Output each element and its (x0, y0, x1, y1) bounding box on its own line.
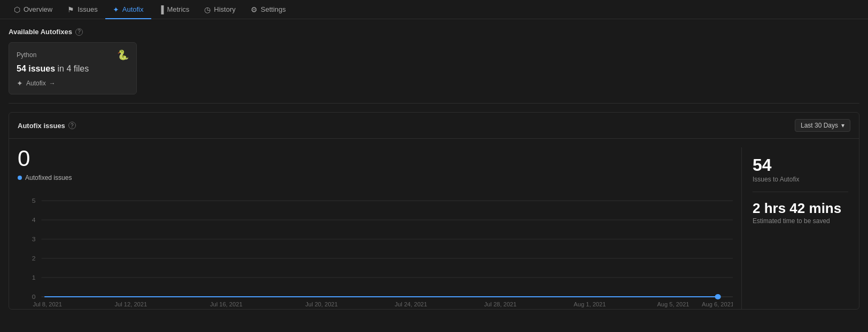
autofix-card-link[interactable]: ✦ Autofix → (17, 79, 129, 88)
svg-text:4: 4 (32, 217, 36, 223)
svg-point-12 (715, 294, 721, 299)
svg-text:1: 1 (32, 274, 36, 281)
nav-label-settings: Settings (261, 5, 286, 13)
time-saved-label: Estimated time to be saved (753, 217, 848, 225)
top-navigation: ⬡ Overview ⚑ Issues ✦ Autofix ▐ Metrics … (0, 0, 868, 19)
svg-text:Jul 20, 2021: Jul 20, 2021 (305, 302, 338, 307)
autofix-issues-help[interactable]: ? (68, 122, 76, 129)
svg-text:0: 0 (32, 294, 36, 300)
nav-item-history[interactable]: ◷ History (197, 1, 243, 19)
autofix-sparkle-icon: ✦ (17, 79, 23, 88)
svg-text:3: 3 (32, 236, 36, 242)
python-issues-count: 54 issues in 4 files (17, 64, 129, 74)
svg-text:Jul 12, 2021: Jul 12, 2021 (115, 302, 148, 307)
svg-text:Aug 1, 2021: Aug 1, 2021 (574, 302, 606, 307)
svg-text:2: 2 (32, 255, 36, 262)
autofix-issues-title-group: Autofix issues ? (18, 122, 76, 130)
svg-text:5: 5 (32, 197, 36, 204)
svg-text:Jul 8, 2021: Jul 8, 2021 (33, 302, 63, 307)
issues-icon: ⚑ (67, 6, 74, 13)
date-range-label: Last 30 Days (801, 122, 838, 129)
chart-legend: Autofixed issues (18, 174, 733, 181)
nav-item-autofix[interactable]: ✦ Autofix (105, 1, 151, 19)
autofix-issues-section: Autofix issues ? Last 30 Days ▾ 0 Autofi… (9, 112, 859, 310)
svg-text:Aug 6, 2021: Aug 6, 2021 (702, 302, 733, 307)
date-range-dropdown[interactable]: Last 30 Days ▾ (795, 119, 850, 132)
nav-label-overview: Overview (24, 5, 52, 13)
nav-item-metrics[interactable]: ▐ Metrics (151, 1, 197, 19)
chart-container: 0 Autofixed issues (9, 139, 859, 309)
issues-count-label: Issues to Autofix (753, 176, 848, 183)
available-autofixes-header: Available Autofixes ? (9, 28, 859, 36)
main-content: Available Autofixes ? Python 🐍 54 issues… (0, 19, 868, 310)
metrics-icon: ▐ (159, 6, 164, 13)
nav-label-issues: Issues (78, 5, 98, 13)
nav-label-autofix: Autofix (122, 5, 144, 13)
chart-main: 0 Autofixed issues (9, 147, 741, 309)
legend-dot (18, 176, 22, 180)
chart-zero-value: 0 (18, 147, 733, 170)
autofix-issues-title: Autofix issues (18, 122, 65, 130)
svg-text:Jul 24, 2021: Jul 24, 2021 (395, 302, 428, 307)
autofix-link-label: Autofix (26, 80, 46, 87)
legend-label: Autofixed issues (25, 174, 72, 181)
python-language-label: Python (17, 51, 36, 59)
svg-text:Aug 5, 2021: Aug 5, 2021 (657, 302, 689, 307)
autofix-nav-icon: ✦ (113, 6, 119, 13)
svg-text:Jul 16, 2021: Jul 16, 2021 (210, 302, 243, 307)
nav-item-issues[interactable]: ⚑ Issues (60, 1, 105, 19)
time-saved-value: 2 hrs 42 mins (753, 201, 848, 216)
available-autofixes-title: Available Autofixes (9, 28, 72, 36)
issues-count-value: 54 (753, 156, 848, 175)
overview-icon: ⬡ (14, 6, 20, 13)
autofix-issues-header: Autofix issues ? Last 30 Days ▾ (9, 113, 859, 139)
nav-item-settings[interactable]: ⚙ Settings (243, 1, 293, 19)
available-autofixes-help[interactable]: ? (75, 28, 83, 36)
issues-to-autofix-stat: 54 Issues to Autofix (753, 147, 848, 192)
autofix-link-arrow: → (49, 80, 56, 87)
history-icon: ◷ (204, 6, 211, 13)
nav-label-metrics: Metrics (167, 5, 189, 13)
python-emoji: 🐍 (117, 49, 129, 61)
python-card-header: Python 🐍 (17, 49, 129, 61)
chart-svg-wrapper: 5 4 3 2 1 0 Jul 8, 2021 Jul 12, 2021 (18, 190, 733, 309)
svg-text:Jul 28, 2021: Jul 28, 2021 (484, 302, 517, 307)
python-autofix-card: Python 🐍 54 issues in 4 files ✦ Autofix … (9, 42, 137, 94)
settings-icon: ⚙ (251, 6, 258, 13)
chart-right-stats: 54 Issues to Autofix 2 hrs 42 mins Estim… (741, 147, 859, 309)
chevron-down-icon: ▾ (841, 122, 844, 129)
autofix-chart-svg: 5 4 3 2 1 0 Jul 8, 2021 Jul 12, 2021 (18, 190, 733, 307)
time-saved-stat: 2 hrs 42 mins Estimated time to be saved (753, 192, 848, 233)
nav-item-overview[interactable]: ⬡ Overview (6, 1, 60, 19)
nav-label-history: History (214, 5, 235, 13)
section-divider (9, 103, 859, 104)
